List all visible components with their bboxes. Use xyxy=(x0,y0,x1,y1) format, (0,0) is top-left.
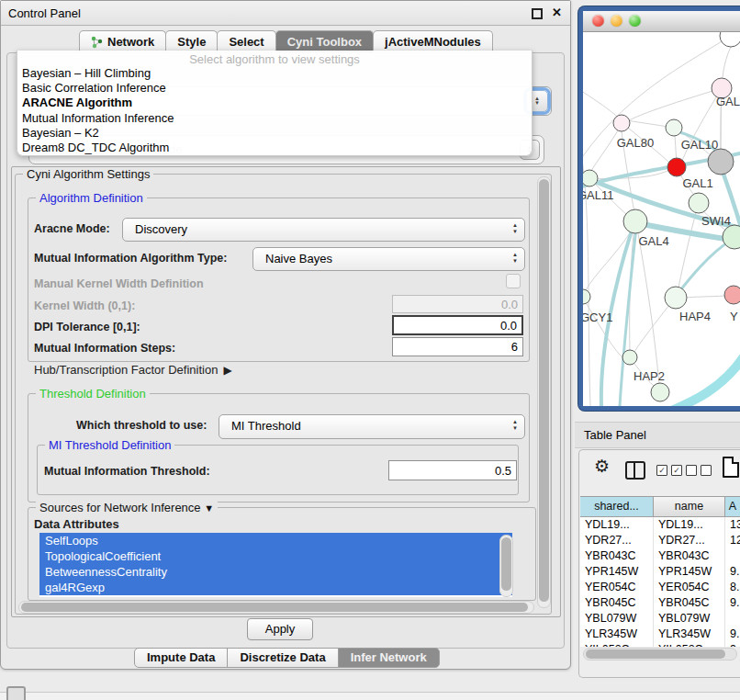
table-row[interactable]: YDR27...YDR27...12 xyxy=(580,533,740,548)
table-row[interactable]: YPR145WYPR145W9. xyxy=(580,564,740,580)
table-row[interactable]: YER054CYER054C8. xyxy=(580,580,740,595)
tab-discretize-data[interactable]: Discretize Data xyxy=(227,648,338,668)
network-canvas[interactable]: GALGAL80GAL10GAL1GAL11SWI4GAL4GCY1HAP4YH… xyxy=(583,32,740,406)
tab-infer-network[interactable]: Infer Network xyxy=(338,648,440,668)
table-cell[interactable]: 12 xyxy=(725,533,740,548)
table-cell[interactable]: YDL19... xyxy=(654,517,725,533)
deselect-all-columns-icon[interactable] xyxy=(686,465,712,476)
network-node-swi4[interactable] xyxy=(689,193,709,213)
scrollbar-thumb[interactable] xyxy=(586,649,725,659)
table-cell[interactable]: YPR145W xyxy=(580,564,654,580)
attribute-topologicalcoefficient[interactable]: TopologicalCoefficient xyxy=(39,548,512,564)
tab-cyni-toolbox[interactable]: Cyni Toolbox xyxy=(275,30,374,52)
column-header-name[interactable]: name xyxy=(654,497,725,517)
tab-jactivemnodules[interactable]: jActiveMNodules xyxy=(373,30,493,52)
tab-impute-data[interactable]: Impute Data xyxy=(134,648,228,668)
collapse-down-icon[interactable]: ▼ xyxy=(204,502,214,514)
network-node-gal4[interactable] xyxy=(623,209,647,233)
table-cell[interactable]: 9. xyxy=(725,564,740,580)
table-row[interactable]: YDL19...YDL19...13 xyxy=(580,517,740,533)
table-cell[interactable]: YLR345W xyxy=(580,627,654,642)
settings-vertical-scrollbar[interactable] xyxy=(537,176,551,608)
collapsed-panel-icon[interactable] xyxy=(6,686,26,700)
manual-kernel-checkbox[interactable] xyxy=(506,274,521,288)
algorithm-option-bayesian-k2[interactable]: Bayesian – K2 xyxy=(17,126,532,141)
tab-network[interactable]: Network xyxy=(79,30,166,52)
table-cell[interactable]: YBR043C xyxy=(580,548,654,564)
table-row[interactable]: YLR345WYLR345W9. xyxy=(580,627,740,642)
network-window-titlebar[interactable] xyxy=(583,11,740,32)
table-cell[interactable] xyxy=(725,548,740,564)
network-node-gal10[interactable] xyxy=(666,119,682,136)
minimize-traffic-light-icon[interactable] xyxy=(611,15,622,27)
attribute-betweennesscentrality[interactable]: BetweennessCentrality xyxy=(39,564,512,580)
algorithm-option-dream8-dc-tdc-algorithm[interactable]: Dream8 DC_TDC Algorithm xyxy=(17,141,532,155)
table-cell[interactable]: 13 xyxy=(725,517,740,533)
table-cell[interactable]: YPR145W xyxy=(654,564,725,580)
network-node-gal80[interactable] xyxy=(613,115,630,131)
mi-algorithm-type-combobox[interactable]: Naive Bayes ▲▼ xyxy=(252,247,525,271)
network-node-gcy1[interactable] xyxy=(583,289,590,304)
algorithm-option-mutual-information-inference[interactable]: Mutual Information Inference xyxy=(17,111,532,126)
table-row[interactable]: YBL079WYBL079W xyxy=(580,611,740,627)
hub-definition-toggle[interactable]: Hub/Transcription Factor Definition▶ xyxy=(34,363,232,377)
kernel-width-field[interactable] xyxy=(392,295,523,313)
close-icon[interactable]: ✕ xyxy=(552,6,562,19)
table-cell[interactable]: 8. xyxy=(725,580,740,595)
aracne-mode-combobox[interactable]: Discovery ▲▼ xyxy=(122,218,525,242)
table-row[interactable]: YBR045CYBR045C9. xyxy=(580,595,740,611)
network-node-hap4[interactable] xyxy=(665,287,687,309)
scrollbar-thumb[interactable] xyxy=(539,179,549,602)
close-traffic-light-icon[interactable] xyxy=(592,15,604,27)
network-node-unlabeled-bottom[interactable] xyxy=(651,383,669,401)
table-row[interactable]: YIL052CYIL052C9 xyxy=(580,642,740,647)
attribute-gal4rgexp[interactable]: gal4RGexp xyxy=(39,580,512,595)
node-attribute-table[interactable]: shared...nameAYDL19...YDL19...13YDR27...… xyxy=(580,496,740,647)
zoom-traffic-light-icon[interactable] xyxy=(629,15,641,27)
network-node-gal11[interactable] xyxy=(583,170,598,186)
network-node-unlabeled-gray[interactable] xyxy=(708,149,734,175)
table-cell[interactable]: YLR345W xyxy=(654,627,725,642)
table-panel-titlebar[interactable]: Table Panel xyxy=(575,422,740,448)
table-row[interactable]: YBR043CYBR043C xyxy=(580,548,740,564)
tab-select[interactable]: Select xyxy=(217,30,275,52)
network-node-gal1[interactable] xyxy=(667,158,686,176)
table-cell[interactable]: YBL079W xyxy=(580,611,654,627)
tab-style[interactable]: Style xyxy=(165,30,218,52)
table-cell[interactable]: YIL052C xyxy=(580,642,654,647)
column-header-a[interactable]: A xyxy=(725,497,740,517)
gear-icon[interactable]: ⚙ xyxy=(594,456,610,477)
table-cell[interactable] xyxy=(725,611,740,627)
network-node-y-partial[interactable] xyxy=(724,286,740,304)
scrollbar-thumb[interactable] xyxy=(501,537,511,591)
network-view-window[interactable]: GALGAL80GAL10GAL1GAL11SWI4GAL4GCY1HAP4YH… xyxy=(578,6,740,411)
settings-horizontal-scrollbar[interactable] xyxy=(18,601,534,614)
algorithm-option-basic-correlation-inference[interactable]: Basic Correlation Inference xyxy=(17,81,532,96)
float-window-icon[interactable] xyxy=(532,8,543,19)
table-cell[interactable]: YDL19... xyxy=(580,517,654,533)
mi-steps-field[interactable] xyxy=(392,337,523,356)
table-cell[interactable]: YBL079W xyxy=(654,611,725,627)
attributes-scrollbar[interactable] xyxy=(499,535,513,597)
network-node-unlabeled-top[interactable] xyxy=(720,32,740,47)
table-cell[interactable]: 9. xyxy=(725,595,740,611)
table-cell[interactable]: YIL052C xyxy=(654,642,725,647)
table-cell[interactable]: YER054C xyxy=(580,580,654,595)
table-cell[interactable]: 9 xyxy=(725,642,740,647)
table-cell[interactable]: 9. xyxy=(725,627,740,642)
column-browser-icon[interactable] xyxy=(625,461,645,480)
table-cell[interactable]: YBR045C xyxy=(580,595,654,611)
scrollbar-thumb[interactable] xyxy=(21,603,528,612)
table-cell[interactable]: YDR27... xyxy=(580,533,654,548)
algorithm-option-bayesian-hill-climbing[interactable]: Bayesian – Hill Climbing xyxy=(17,66,532,81)
dpi-tolerance-field[interactable] xyxy=(392,315,523,335)
select-all-columns-icon[interactable]: ✓ ✓ xyxy=(656,465,682,476)
expand-right-icon[interactable]: ▶ xyxy=(223,364,231,377)
table-horizontal-scrollbar[interactable] xyxy=(583,648,737,660)
algorithm-option-aracne-algorithm[interactable]: ARACNE Algorithm xyxy=(17,96,532,110)
attribute-selfloops[interactable]: SelfLoops xyxy=(39,533,512,548)
network-node-hap2[interactable] xyxy=(622,350,637,365)
control-panel-titlebar[interactable]: Control Panel ✕ xyxy=(1,1,570,26)
table-cell[interactable]: YDR27... xyxy=(654,533,725,548)
table-cell[interactable]: YER054C xyxy=(654,580,725,595)
